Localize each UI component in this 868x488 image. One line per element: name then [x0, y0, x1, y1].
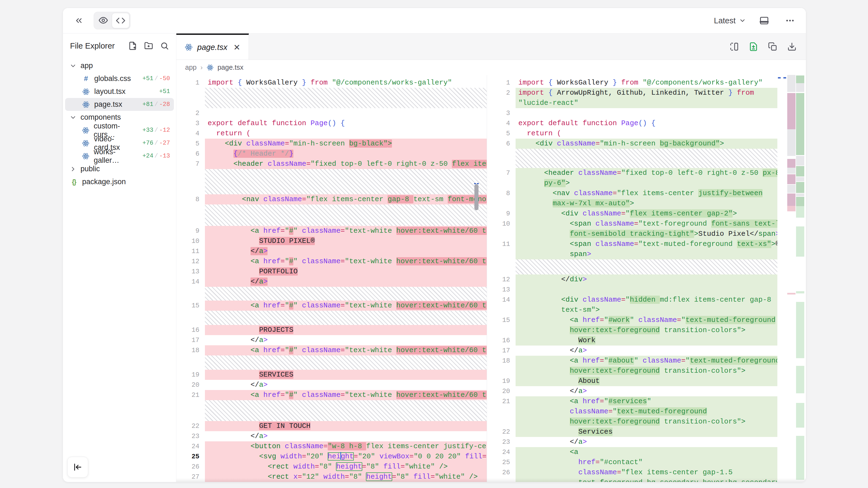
- bottom-fade: [176, 478, 806, 482]
- diff-ruler-block: [787, 75, 796, 92]
- version-dropdown[interactable]: Latest: [714, 16, 746, 25]
- diff-ruler-block: [787, 168, 796, 174]
- code-line: 22 Services: [487, 427, 806, 437]
- breadcrumb-file[interactable]: page.tsx: [218, 63, 244, 71]
- collapsed-region: [176, 88, 487, 108]
- line-number: 2: [487, 88, 516, 98]
- left-scrollbar-thumb[interactable]: [474, 184, 478, 210]
- chevrons-left-icon[interactable]: [71, 13, 87, 28]
- chevron-down-icon: [739, 17, 746, 24]
- collapsed-region: [176, 311, 487, 325]
- line-number: 22: [487, 427, 516, 437]
- code-line: max-w-7xl mx-auto">: [487, 198, 806, 208]
- collapse-sidebar-button[interactable]: [67, 457, 88, 478]
- line-number: 26: [487, 467, 516, 478]
- diff-ruler-block: [787, 194, 796, 206]
- line-number: 23: [487, 437, 516, 447]
- breadcrumb-folder[interactable]: app: [185, 63, 197, 71]
- diff-ruler-block: [787, 174, 796, 184]
- download-icon[interactable]: [787, 42, 797, 51]
- line-number: 11: [487, 239, 516, 249]
- code-line: font-semibold tracking-tight">Studio Pix…: [487, 229, 806, 239]
- view-toggle: [94, 12, 130, 29]
- file-works-galler-[interactable]: works-galler…+24/-13: [65, 150, 174, 162]
- code-line: 25 <svg width="20" height="20" viewBox="…: [176, 452, 487, 462]
- code-line: 2: [176, 108, 487, 118]
- new-file-icon[interactable]: [128, 41, 137, 50]
- split-view-icon[interactable]: [730, 42, 739, 51]
- line-number: 19: [487, 376, 516, 386]
- diff-file-icon[interactable]: [749, 42, 758, 51]
- line-number: 17: [176, 335, 205, 345]
- item-label: layout.tsx: [94, 87, 126, 96]
- line-number: 3: [487, 108, 516, 118]
- code-line: 12 </div>: [487, 274, 806, 285]
- code-line: className="text-muted-foreground: [487, 406, 806, 417]
- line-number: [487, 98, 516, 108]
- file-package.json[interactable]: {}package.json: [65, 175, 174, 188]
- diff-counts: +76/-27: [143, 140, 174, 147]
- json-braces-icon: {}: [69, 178, 78, 186]
- code-line: hover:text-foreground transition-colors"…: [487, 366, 806, 376]
- new-folder-icon[interactable]: [144, 41, 153, 50]
- line-number: 3: [176, 118, 205, 128]
- diff-counts: +24/-13: [143, 153, 174, 159]
- copy-icon[interactable]: [768, 42, 777, 51]
- code-line: 18 <a href="#" className="text-white hov…: [176, 345, 487, 355]
- more-menu-button[interactable]: [782, 13, 798, 28]
- code-line: 9 <a href="#" className="text-white hove…: [176, 226, 487, 236]
- code-line: 7 <header className="fixed top-0 left-0 …: [176, 159, 487, 169]
- line-number: 7: [176, 159, 205, 169]
- react-icon: [82, 88, 90, 96]
- search-icon[interactable]: [160, 41, 169, 50]
- file-explorer-sidebar: File Explorer app#globals.css+51/-50layo…: [63, 33, 176, 482]
- code-line: 25 href="#contact": [487, 457, 806, 467]
- code-line: 22 GET IN TOUCH: [176, 421, 487, 431]
- line-number: 12: [487, 274, 516, 285]
- line-number: [487, 406, 516, 417]
- preview-eye-button[interactable]: [95, 13, 112, 28]
- code-line: 4export default function Page() {: [487, 118, 806, 128]
- code-line: 4 return (: [176, 128, 487, 139]
- close-icon[interactable]: ✕: [234, 42, 240, 52]
- app-window: Latest File Explorer app#globals.css+51/…: [63, 8, 806, 482]
- version-label: Latest: [714, 16, 736, 25]
- file-page.tsx[interactable]: page.tsx+81/-28: [65, 98, 174, 111]
- code-line: 5 <div className="min-h-screen bg-black"…: [176, 139, 487, 149]
- code-line: 10 STUDIO PIXEL®: [176, 236, 487, 246]
- code-line: 2import { ArrowUpRight, Github, Linkedin…: [487, 88, 806, 98]
- css-hash-icon: #: [82, 74, 90, 83]
- line-number: 21: [487, 396, 516, 406]
- code-line: 3export default function Page() {: [176, 118, 487, 128]
- code-line: 24 <a: [487, 447, 806, 457]
- line-number: 15: [176, 300, 205, 311]
- collapsed-region: [487, 149, 806, 168]
- line-number: 5: [176, 139, 205, 149]
- line-number: 25: [176, 452, 205, 462]
- file-globals.css[interactable]: #globals.css+51/-50: [65, 72, 174, 85]
- line-number: 16: [176, 325, 205, 335]
- panel-bottom-icon[interactable]: [756, 13, 772, 28]
- panel-close-icon: [73, 462, 83, 472]
- line-number: 23: [176, 431, 205, 441]
- react-icon: [82, 152, 90, 160]
- line-number: [487, 249, 516, 259]
- line-number: [487, 366, 516, 376]
- code-line: 3: [487, 108, 806, 118]
- diff-left-pane[interactable]: 1import { WorksGallery } from "@/compone…: [176, 75, 487, 482]
- code-line: py-6">: [487, 178, 806, 188]
- chevron-down-icon: [69, 62, 76, 69]
- tab-page-tsx[interactable]: page.tsx ✕: [176, 33, 249, 60]
- diff-ruler-block: [787, 93, 796, 129]
- diff-right-pane[interactable]: 1import { WorksGallery } from "@/compone…: [487, 75, 806, 482]
- line-number: 13: [487, 285, 516, 295]
- line-number: 1: [487, 78, 516, 88]
- code-view-button[interactable]: [112, 13, 129, 28]
- code-line: 24 <button className="w-8 h-8 flex items…: [176, 441, 487, 452]
- diff-overview-ruler[interactable]: [787, 75, 805, 482]
- file-layout.tsx[interactable]: layout.tsx+51: [65, 85, 174, 98]
- code-line: hover:text-foreground transition-colors"…: [487, 417, 806, 427]
- folder-app[interactable]: app: [65, 59, 174, 72]
- code-line: 17 </a>: [487, 346, 806, 356]
- code-line: "lucide-react": [487, 98, 806, 108]
